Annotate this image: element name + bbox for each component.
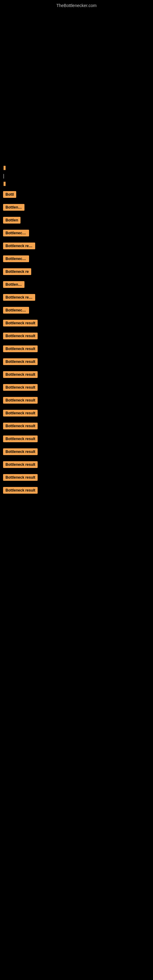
bottleneck-label-8[interactable]: Bottleneck [3, 281, 24, 288]
bottleneck-section-17: Bottleneck result [3, 396, 150, 406]
divider-1 [3, 174, 150, 178]
bottleneck-label-24[interactable]: Bottleneck result [3, 487, 38, 494]
bottleneck-section-19: Bottleneck result [3, 422, 150, 432]
bottleneck-section-11: Bottleneck result [3, 318, 150, 329]
bottleneck-section-5: Bottleneck resu [3, 241, 150, 252]
bottleneck-label-14[interactable]: Bottleneck result [3, 358, 38, 365]
icon-indicator-1: ▮ [3, 164, 150, 171]
bottleneck-section-22: Bottleneck result [3, 460, 150, 470]
bottleneck-label-7[interactable]: Bottleneck re [3, 268, 31, 275]
bottleneck-section-15: Bottleneck result [3, 370, 150, 380]
icon-indicator-2: ▮ [3, 180, 150, 187]
bottleneck-section-7: Bottleneck re [3, 267, 150, 277]
bottleneck-section-14: Bottleneck result [3, 357, 150, 368]
bottleneck-section-1: Bottl [3, 190, 150, 200]
content-area: ▮ ▮ Bottl Bottleneck Bottlen Bottleneck … [0, 164, 153, 496]
bottleneck-label-12[interactable]: Bottleneck result [3, 332, 38, 339]
orange-icon-2: ▮ [3, 180, 6, 186]
bottleneck-label-3[interactable]: Bottlen [3, 217, 21, 224]
bottleneck-section-2: Bottleneck [3, 203, 150, 213]
site-title: TheBottlenecker.com [0, 0, 153, 10]
bottleneck-section-21: Bottleneck result [3, 447, 150, 458]
bottleneck-label-10[interactable]: Bottleneck re [3, 307, 29, 313]
bottleneck-label-15[interactable]: Bottleneck result [3, 371, 38, 378]
bottleneck-label-19[interactable]: Bottleneck result [3, 423, 38, 430]
bottleneck-section-9: Bottleneck resu [3, 293, 150, 303]
bottleneck-section-13: Bottleneck result [3, 344, 150, 355]
bottleneck-section-10: Bottleneck re [3, 305, 150, 316]
bottleneck-section-12: Bottleneck result [3, 331, 150, 342]
bottleneck-section-4: Bottleneck r [3, 229, 150, 239]
bottleneck-label-13[interactable]: Bottleneck result [3, 345, 38, 352]
bottleneck-label-11[interactable]: Bottleneck result [3, 320, 38, 326]
bottleneck-label-5[interactable]: Bottleneck resu [3, 243, 35, 249]
bottleneck-section-20: Bottleneck result [3, 434, 150, 445]
bottleneck-label-17[interactable]: Bottleneck result [3, 397, 38, 404]
bottleneck-label-9[interactable]: Bottleneck resu [3, 294, 35, 301]
bottleneck-label-16[interactable]: Bottleneck result [3, 384, 38, 391]
bottleneck-label-1[interactable]: Bottl [3, 191, 16, 198]
bottleneck-section-16: Bottleneck result [3, 383, 150, 393]
site-header: TheBottlenecker.com [0, 0, 153, 10]
bottleneck-label-23[interactable]: Bottleneck result [3, 474, 38, 481]
bottleneck-label-2[interactable]: Bottleneck [3, 204, 24, 211]
bottleneck-section-6: Bottleneck r [3, 254, 150, 265]
bottleneck-section-18: Bottleneck result [3, 409, 150, 419]
bottleneck-label-18[interactable]: Bottleneck result [3, 410, 38, 417]
bottleneck-section-3: Bottlen [3, 216, 150, 226]
bottleneck-label-20[interactable]: Bottleneck result [3, 436, 38, 442]
bottleneck-section-23: Bottleneck result [3, 473, 150, 483]
bottleneck-label-4[interactable]: Bottleneck r [3, 230, 29, 236]
bottleneck-label-21[interactable]: Bottleneck result [3, 449, 38, 455]
bottleneck-label-22[interactable]: Bottleneck result [3, 461, 38, 468]
top-black-area [0, 10, 153, 162]
bottleneck-section-8: Bottleneck [3, 280, 150, 290]
orange-icon-1: ▮ [3, 164, 6, 170]
bottleneck-label-6[interactable]: Bottleneck r [3, 255, 29, 262]
bottleneck-section-24: Bottleneck result [3, 486, 150, 496]
